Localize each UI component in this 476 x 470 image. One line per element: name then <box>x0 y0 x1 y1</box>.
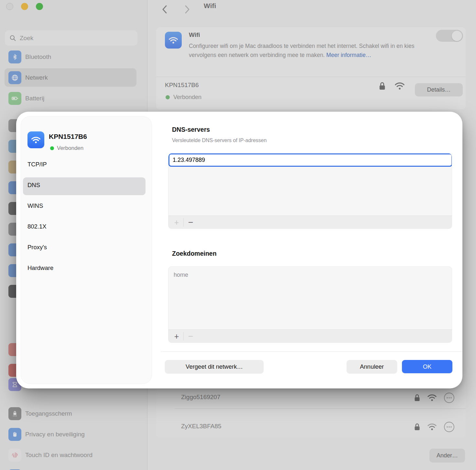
menu-item-8021x[interactable]: 802.1X <box>27 223 47 230</box>
dialog-footer-divider <box>161 352 462 352</box>
dns-servers-heading: DNS-servers <box>172 126 210 133</box>
domains-list-empty-area <box>168 278 452 330</box>
menu-item-hardware[interactable]: Hardware <box>27 264 53 272</box>
search-domains-listbox: home + − <box>168 266 452 343</box>
remove-search-domain-button[interactable]: − <box>185 330 196 343</box>
menu-item-wins[interactable]: WINS <box>27 202 43 209</box>
menu-item-tcpip[interactable]: TCP/IP <box>27 161 47 168</box>
dns-servers-listbox: + − <box>168 153 452 229</box>
controls-divider <box>183 218 184 227</box>
status-dot <box>50 146 54 150</box>
dns-servers-subtitle: Versleutelde DNS-servers of IP-adressen <box>172 138 267 143</box>
dns-list-empty-area <box>168 167 452 216</box>
ok-button[interactable]: OK <box>402 360 452 373</box>
dns-server-input[interactable] <box>168 153 452 167</box>
cancel-button[interactable]: Annuleer <box>347 360 397 373</box>
remove-dns-server-button[interactable]: − <box>185 216 196 229</box>
dialog-network-name: KPN1517B6 <box>49 133 87 140</box>
add-search-domain-button[interactable]: + <box>171 330 182 343</box>
add-dns-server-button[interactable]: + <box>171 216 182 229</box>
network-details-dialog: KPN1517B6 Verbonden TCP/IP DNS WINS 802.… <box>16 112 462 388</box>
domains-list-controls: + − <box>168 330 452 342</box>
controls-divider <box>183 332 184 341</box>
menu-item-dns[interactable]: DNS <box>27 182 40 189</box>
menu-item-proxys[interactable]: Proxy's <box>27 244 47 251</box>
system-settings-window: Zoek Bluetooth Netwerk <box>0 0 476 470</box>
menu-selected-highlight <box>23 177 146 195</box>
search-domains-heading: Zoekdomeinen <box>172 250 217 257</box>
forget-network-button[interactable]: Vergeet dit netwerk… <box>165 360 264 373</box>
search-domain-row[interactable]: home <box>168 267 452 278</box>
dialog-network-status: Verbonden <box>50 145 83 151</box>
status-label: Verbonden <box>57 145 83 151</box>
dns-list-controls: + − <box>168 216 452 229</box>
wifi-network-icon <box>27 131 44 148</box>
dialog-sidebar: KPN1517B6 Verbonden TCP/IP DNS WINS 802.… <box>21 116 152 384</box>
